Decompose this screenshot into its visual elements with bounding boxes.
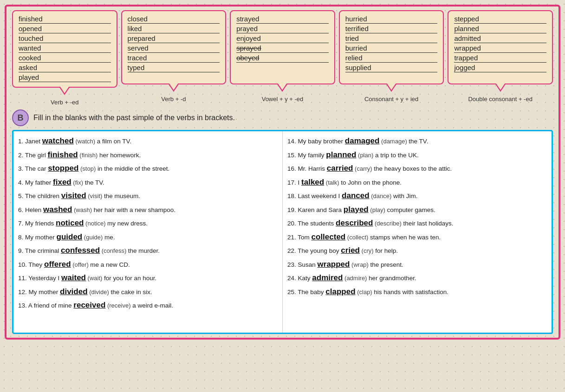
- item-post: the TV.: [409, 138, 428, 145]
- bubble-word: touched: [19, 34, 111, 43]
- exercise-item: 6. Helen washed (wash) her hair with a n…: [18, 204, 278, 216]
- exercise-item: 25. The baby clapped (clap) his hands wi…: [287, 286, 547, 298]
- item-pre: I: [298, 179, 302, 186]
- item-number: 11.: [18, 275, 28, 282]
- exercise-item: 24. Katy admired (admire) her grandmothe…: [287, 272, 547, 284]
- item-number: 23.: [287, 261, 298, 268]
- item-number: 18.: [287, 193, 298, 199]
- item-number: 17.: [287, 179, 298, 186]
- item-number: 16.: [287, 165, 298, 172]
- item-verb: (plan): [356, 152, 375, 159]
- item-pre: The students: [298, 220, 336, 227]
- exercise-item: 20. The students described (describe) th…: [287, 217, 547, 229]
- bubble-label: Consonant + y + ied: [364, 96, 418, 103]
- item-post: a film on TV.: [97, 138, 131, 145]
- item-post: the heavy boxes to the attic.: [374, 165, 452, 172]
- item-verb: (talk): [324, 179, 341, 186]
- bubble-word: admitted: [454, 34, 546, 43]
- item-pre: Yesterday I: [28, 275, 61, 282]
- item-answer: planned: [326, 150, 356, 159]
- item-verb: (admire): [343, 275, 369, 282]
- item-verb: (cry): [360, 247, 375, 254]
- bubble-word: opened: [19, 25, 111, 33]
- item-verb: (watch): [74, 138, 97, 145]
- item-answer: received: [73, 301, 105, 309]
- item-answer: admired: [312, 273, 343, 282]
- item-pre: The car: [25, 165, 48, 172]
- bubble-word: tried: [345, 34, 438, 43]
- exercise-item: 16. Mr. Harris carried (carry) the heavy…: [287, 162, 547, 174]
- item-post: a trip to the UK.: [375, 152, 419, 159]
- item-verb: (play): [369, 206, 387, 213]
- item-verb: (notice): [84, 220, 108, 227]
- item-post: to John on the phone.: [341, 179, 402, 186]
- item-verb: (wash): [72, 206, 93, 213]
- item-answer: danced: [342, 191, 370, 200]
- exercise-item: 8. My mother guided (guide) me.: [18, 231, 278, 243]
- bubble-box: closedlikedpreparedservedtracedtyped: [121, 10, 227, 84]
- item-post: for help.: [375, 247, 398, 254]
- item-number: 13.: [18, 302, 28, 309]
- item-answer: stopped: [48, 164, 78, 173]
- item-answer: cried: [341, 246, 360, 255]
- item-pre: The children: [25, 193, 61, 199]
- item-pre: Janet: [25, 138, 42, 145]
- exercise-item: 21. Tom collected (collect) stamps when …: [287, 231, 547, 243]
- item-post: her grandmother.: [369, 275, 416, 282]
- item-number: 20.: [287, 220, 298, 227]
- item-verb: (damage): [379, 138, 409, 145]
- item-verb: (clap): [356, 289, 374, 296]
- bubble-box: steppedplannedadmittedwrappedtrappedjogg…: [448, 10, 553, 84]
- item-answer: carried: [327, 164, 353, 173]
- item-number: 15.: [287, 152, 298, 159]
- bubble-word: closed: [128, 15, 220, 24]
- item-verb: (wrap): [350, 261, 370, 268]
- exercise-item: 23. Susan wrapped (wrap) the present.: [287, 258, 547, 270]
- item-pre: Karen and Sara: [298, 206, 344, 213]
- right-column: 14. My baby brother damaged (damage) the…: [283, 131, 552, 333]
- bubble-label: Verb + -d: [161, 96, 186, 103]
- item-number: 25.: [287, 289, 298, 296]
- bubble-label: Double consonant + -ed: [468, 96, 532, 103]
- item-number: 14.: [287, 138, 298, 145]
- bubble-word: traced: [128, 54, 220, 63]
- item-answer: waited: [61, 273, 86, 282]
- bubble-box: hurriedterrifiedtriedburriedreliedsuppli…: [339, 10, 444, 84]
- item-post: for you for an hour.: [104, 275, 156, 282]
- bubble-word: terrified: [345, 25, 438, 33]
- bubble-box: strayedprayedenjoyedsprayedobeyed: [230, 10, 335, 84]
- item-post: his hands with satisfaction.: [374, 289, 448, 296]
- bubble-word: planned: [454, 25, 546, 33]
- item-pre: Katy: [298, 275, 312, 282]
- item-answer: confessed: [61, 246, 100, 255]
- item-pre: My family: [298, 152, 326, 159]
- exercise-item: 22. The young boy cried (cry) for help.: [287, 244, 547, 257]
- bubble-word: stepped: [454, 15, 546, 24]
- item-post: stamps when he was ten.: [370, 234, 441, 241]
- item-answer: described: [336, 218, 373, 227]
- item-answer: clapped: [325, 287, 355, 296]
- item-number: 19.: [287, 206, 298, 213]
- bubble-word: liked: [128, 25, 220, 33]
- bubble-word: wrapped: [454, 44, 546, 53]
- item-post: the present.: [370, 261, 403, 268]
- bubble-word: hurried: [345, 15, 438, 24]
- exercise-item: 17. I talked (talk) to John on the phone…: [287, 176, 547, 188]
- bubble-word: strayed: [236, 15, 329, 24]
- bubble-column: closedlikedpreparedservedtracedtypedVerb…: [121, 10, 227, 106]
- item-pre: My father: [25, 179, 53, 186]
- exercise-item: 10. They offered (offer) me a new CD.: [18, 258, 278, 270]
- item-post: her homework.: [99, 152, 141, 159]
- item-number: 12.: [18, 289, 29, 296]
- exercise-item: 5. The children visited (visit) the muse…: [18, 190, 278, 202]
- bubble-word: sprayed: [236, 44, 329, 53]
- item-answer: washed: [43, 205, 72, 214]
- bubble-word: obeyed: [236, 54, 329, 63]
- exercise-item: 18. Last weekend I danced (dance) with J…: [287, 190, 547, 202]
- item-verb: (finish): [78, 152, 99, 159]
- item-number: 24.: [287, 275, 298, 282]
- bubble-word: supplied: [345, 64, 438, 72]
- item-pre: My baby brother: [298, 138, 345, 145]
- bubble-word: prayed: [236, 25, 329, 33]
- item-pre: Tom: [298, 234, 311, 241]
